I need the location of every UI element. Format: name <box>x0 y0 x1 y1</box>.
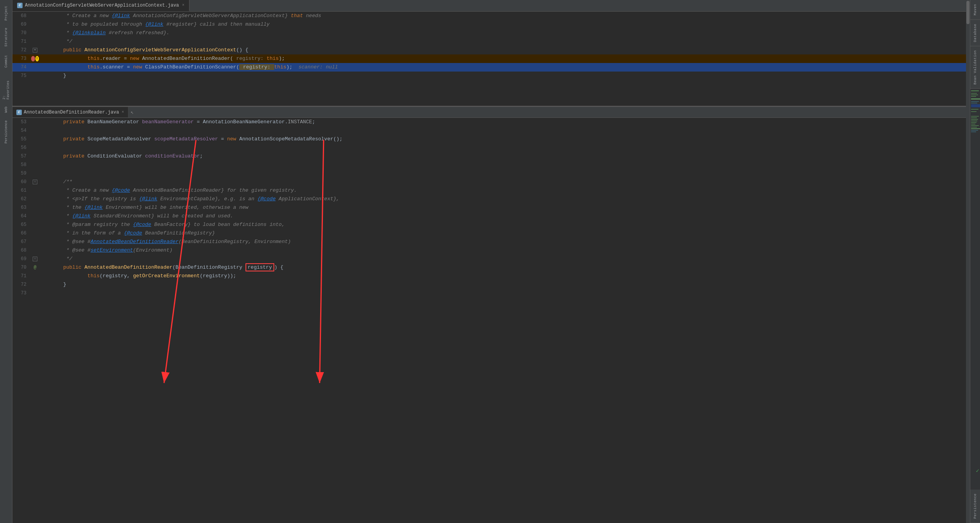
code-content-b65: * @param registry the {@code BeanFactory… <box>39 220 962 229</box>
line-num-75: 75 <box>12 72 31 80</box>
bottom-tab-bar: C AnnotatedBeanDefinitionReader.java × ↖ <box>12 107 970 118</box>
gutter-b60: ≡ <box>31 180 39 184</box>
tab-annotated-bean-reader[interactable]: C AnnotatedBeanDefinitionReader.java × <box>12 107 128 117</box>
line-num-69: 69 <box>12 20 31 29</box>
code-line-b68: 68 * @see #setEnvironment(Environment) <box>12 246 970 255</box>
sidebar-item-persistence[interactable]: Persistence <box>2 118 11 145</box>
minimap: ✓ <box>970 89 980 490</box>
code-content-b57: private ConditionEvaluator conditionEval… <box>39 152 962 161</box>
right-section-bean-validation[interactable]: Bean Validation <box>970 46 980 89</box>
sidebar-item-web[interactable]: Web <box>2 102 11 117</box>
fold-icon-72[interactable]: ▼ <box>33 48 37 52</box>
code-content-b62: * <p>If the registry is {@link Environme… <box>39 195 962 203</box>
tab-annotation-config-servlet[interactable]: C AnnotationConfigServletWebServerApplic… <box>12 0 189 11</box>
line-num-b58: 58 <box>12 161 31 169</box>
code-line-71: 71 */ <box>12 37 970 46</box>
top-code-view[interactable]: 68 * Create a new {@link AnnotationConfi… <box>12 12 970 106</box>
line-num-b67: 67 <box>12 238 31 246</box>
bottom-code-lines: 53 private BeanNameGenerator beanNameGen… <box>12 118 970 297</box>
code-line-75: 75 } <box>12 72 970 80</box>
line-num-b56: 56 <box>12 143 31 152</box>
line-num-b66: 66 <box>12 229 31 238</box>
line-num-b54: 54 <box>12 126 31 135</box>
code-content-b68: * @see #setEnvironment(Environment) <box>39 246 962 255</box>
tab-icon-c: C <box>17 3 23 8</box>
code-content-75: } <box>39 72 962 80</box>
code-line-b59: 59 <box>12 169 970 178</box>
code-content-b60: /** <box>39 178 962 186</box>
code-content-73: this.reader = new AnnotatedBeanDefinitio… <box>39 54 962 63</box>
sidebar-item-favorites[interactable]: 2: Favorites <box>2 74 11 101</box>
sidebar-item-structure[interactable]: Structure <box>2 26 11 49</box>
bottom-code-view[interactable]: 53 private BeanNameGenerator beanNameGen… <box>12 118 970 523</box>
right-side-panel: Maven Database Bean Validation <box>970 0 980 523</box>
scrollbar-thumb[interactable] <box>966 1 969 24</box>
code-content-b67: * @see #AnnotatedBeanDefinitionReader(Be… <box>39 238 962 246</box>
code-line-b54: 54 <box>12 126 970 135</box>
code-line-b72: 72 } <box>12 280 970 289</box>
warn-73: ! <box>35 56 39 61</box>
tab2-icon: C <box>16 110 22 115</box>
right-section-maven[interactable]: Maven <box>970 0 980 20</box>
code-content-b69: */ <box>39 255 962 263</box>
line-num-68: 68 <box>12 12 31 20</box>
code-line-b53: 53 private BeanNameGenerator beanNameGen… <box>12 118 970 126</box>
code-line-70: 70 * {@linkplain #refresh refreshed}. <box>12 29 970 37</box>
code-content-70: * {@linkplain #refresh refreshed}. <box>39 29 962 37</box>
code-line-b71: 71 this(registry, getOrCreateEnvironment… <box>12 272 970 280</box>
tab2-close[interactable]: × <box>122 110 124 114</box>
fold-icon-b69[interactable]: ≡ <box>33 257 37 261</box>
right-label-database: Database <box>973 21 977 44</box>
code-line-b60: 60 ≡ /** <box>12 178 970 186</box>
sidebar-item-project[interactable]: Project <box>2 2 11 25</box>
code-content-b53: private BeanNameGenerator beanNameGenera… <box>39 118 962 126</box>
code-line-b56: 56 <box>12 143 970 152</box>
line-num-b70: 70 <box>12 263 31 272</box>
code-line-68: 68 * Create a new {@link AnnotationConfi… <box>12 12 970 20</box>
right-section-database[interactable]: Database <box>970 20 980 46</box>
fold-icon-b60[interactable]: ≡ <box>33 180 37 184</box>
code-line-b58: 58 <box>12 161 970 169</box>
line-num-72: 72 <box>12 46 31 54</box>
line-num-70: 70 <box>12 29 31 37</box>
right-label-persistence: Persistence <box>973 491 977 521</box>
line-num-b53: 53 <box>12 118 31 126</box>
right-section-persistence[interactable]: Persistence <box>970 490 980 523</box>
code-line-b55: 55 private ScopeMetadataResolver scopeMe… <box>12 135 970 143</box>
line-num-71: 71 <box>12 37 31 46</box>
line-num-74: 74 <box>12 63 31 72</box>
line-num-b64: 64 <box>12 212 31 220</box>
gutter-72: ▼ <box>31 48 39 52</box>
gutter-73: ! <box>31 56 39 61</box>
code-line-b57: 57 private ConditionEvaluator conditionE… <box>12 152 970 161</box>
gutter-b70: @ <box>31 263 39 272</box>
line-num-b62: 62 <box>12 195 31 203</box>
code-line-72: 72 ▼ public AnnotationConfigServletWebSe… <box>12 46 970 54</box>
line-num-b71: 71 <box>12 272 31 280</box>
code-line-b61: 61 * Create a new {@code AnnotatedBeanDe… <box>12 186 970 195</box>
top-editor-panel: 68 * Create a new {@link AnnotationConfi… <box>12 12 970 107</box>
code-content-b61: * Create a new {@code AnnotatedBeanDefin… <box>39 186 962 195</box>
right-label-bean-validation: Bean Validation <box>973 48 977 87</box>
code-line-b62: 62 * <p>If the registry is {@link Enviro… <box>12 195 970 203</box>
tab-label-annotation-config: AnnotationConfigServletWebServerApplicat… <box>25 3 179 8</box>
code-content-74: this.scanner = new ClassPathBeanDefiniti… <box>39 63 962 72</box>
code-content-71: */ <box>39 37 962 46</box>
right-label-maven: Maven <box>973 2 977 18</box>
gutter-b69: ≡ <box>31 257 39 261</box>
editors-split: 68 * Create a new {@link AnnotationConfi… <box>12 12 970 523</box>
code-content-b64: * {@link StandardEnvironment} will be cr… <box>39 212 962 220</box>
code-line-74: 74 this.scanner = new ClassPathBeanDefin… <box>12 63 970 72</box>
code-line-b66: 66 * in the form of a {@code BeanDefinit… <box>12 229 970 238</box>
left-side-panel: Project Structure Commit 2: Favorites We… <box>0 0 12 523</box>
line-num-73: 73 <box>12 54 31 63</box>
code-content-b71: this(registry, getOrCreateEnvironment(re… <box>39 272 962 280</box>
scrollbar-track[interactable] <box>966 0 970 523</box>
cursor-indicator: ↖ <box>128 107 134 117</box>
tab-close-annotation-config[interactable]: × <box>182 3 184 7</box>
code-line-b65: 65 * @param registry the {@code BeanFact… <box>12 220 970 229</box>
sidebar-item-commit[interactable]: Commit <box>2 50 11 73</box>
tab2-label: AnnotatedBeanDefinitionReader.java <box>24 110 119 115</box>
code-line-b63: 63 * the {@link Environment} will be inh… <box>12 203 970 212</box>
line-num-b57: 57 <box>12 152 31 161</box>
